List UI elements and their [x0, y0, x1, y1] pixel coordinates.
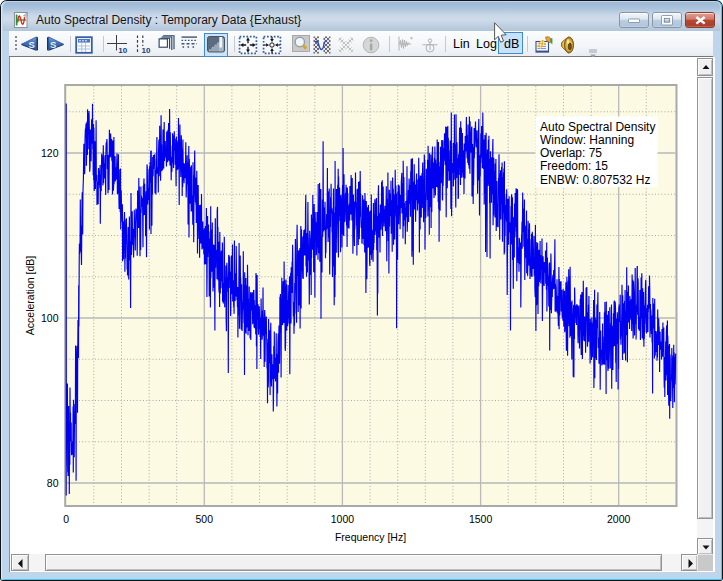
svg-text:Acceleration [dB]: Acceleration [dB] — [24, 256, 36, 335]
svg-text:80: 80 — [46, 477, 58, 489]
svg-text:1000: 1000 — [330, 513, 354, 525]
svg-text:ENBW: 0.807532 Hz: ENBW: 0.807532 Hz — [540, 173, 651, 187]
svg-text:Frequency [Hz]: Frequency [Hz] — [334, 531, 405, 543]
svg-text:Freedom: 15: Freedom: 15 — [540, 159, 608, 173]
svg-text:S: S — [50, 38, 56, 49]
svg-text:1500: 1500 — [468, 513, 492, 525]
svg-text:2000: 2000 — [607, 513, 631, 525]
svg-text:Auto Spectral Density: Auto Spectral Density — [540, 120, 655, 134]
svg-text:10: 10 — [141, 45, 150, 54]
svg-text:S: S — [28, 38, 34, 49]
svg-text:120: 120 — [40, 147, 58, 159]
svg-text:Window: Hanning: Window: Hanning — [540, 133, 634, 147]
svg-text:Overlap: 75: Overlap: 75 — [540, 146, 602, 160]
svg-text:10: 10 — [118, 45, 127, 54]
svg-text:100: 100 — [40, 312, 58, 324]
svg-text:0: 0 — [63, 513, 69, 525]
svg-text:500: 500 — [195, 513, 213, 525]
